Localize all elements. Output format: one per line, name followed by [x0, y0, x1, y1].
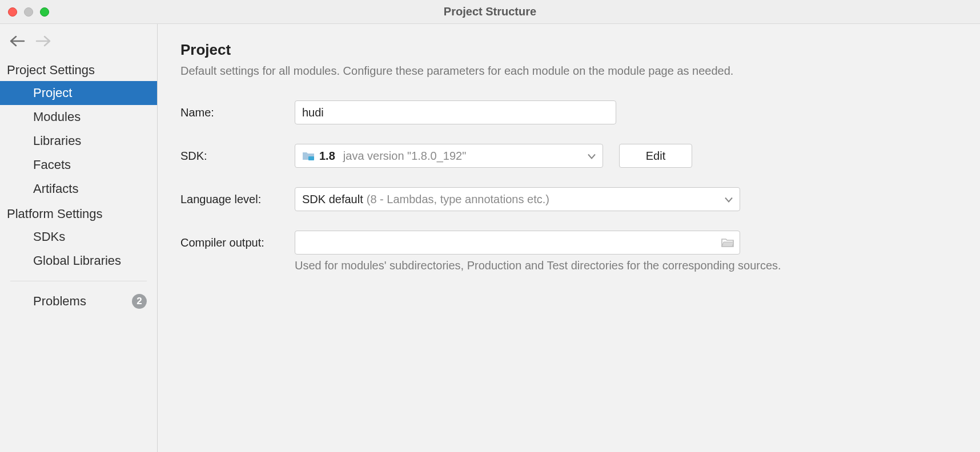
sidebar-item-label: SDKs	[33, 229, 65, 244]
sidebar-item-sdks[interactable]: SDKs	[0, 225, 157, 249]
language-level-value: SDK default	[302, 193, 363, 206]
sidebar-divider	[10, 281, 147, 281]
traffic-lights	[8, 7, 49, 17]
nav-arrows	[0, 30, 157, 57]
jdk-folder-icon	[302, 151, 315, 161]
sidebar-item-label: Facets	[33, 158, 71, 172]
sdk-version: 1.8	[319, 150, 335, 163]
sidebar-item-label: Global Libraries	[33, 253, 121, 268]
minimize-window-button[interactable]	[24, 7, 33, 17]
sidebar-group-platform-settings: Platform Settings	[0, 201, 157, 225]
language-level-row: Language level: SDK default (8 - Lambdas…	[180, 187, 957, 211]
language-level-label: Language level:	[180, 193, 295, 206]
chevron-down-icon	[588, 150, 596, 163]
sidebar-item-libraries[interactable]: Libraries	[0, 129, 157, 153]
sidebar-item-label: Problems	[33, 294, 86, 309]
main-panel: Project Default settings for all modules…	[158, 24, 980, 452]
sidebar-item-label: Artifacts	[33, 181, 78, 196]
project-structure-window: Project Structure Project Settings Proje…	[0, 0, 980, 452]
project-name-input[interactable]	[295, 100, 616, 124]
compiler-output-helper: Used for modules' subdirectories, Produc…	[295, 259, 957, 272]
browse-folder-icon[interactable]	[721, 237, 734, 248]
close-window-button[interactable]	[8, 7, 17, 17]
back-arrow-icon[interactable]	[9, 35, 25, 47]
language-level-select[interactable]: SDK default (8 - Lambdas, type annotatio…	[295, 187, 740, 211]
maximize-window-button[interactable]	[40, 7, 49, 17]
window-title: Project Structure	[444, 5, 536, 18]
sidebar-item-project[interactable]: Project	[0, 81, 157, 105]
sdk-label: SDK:	[180, 150, 295, 163]
sdk-detail: java version "1.8.0_192"	[343, 150, 466, 163]
sidebar-item-artifacts[interactable]: Artifacts	[0, 177, 157, 201]
compiler-output-row: Compiler output:	[180, 231, 957, 255]
sidebar-item-global-libraries[interactable]: Global Libraries	[0, 249, 157, 273]
sdk-edit-button[interactable]: Edit	[619, 144, 692, 168]
chevron-down-icon	[725, 193, 733, 206]
compiler-output-label: Compiler output:	[180, 236, 295, 249]
name-label: Name:	[180, 106, 295, 119]
name-row: Name:	[180, 100, 957, 124]
language-level-detail: (8 - Lambdas, type annotations etc.)	[367, 193, 549, 206]
sidebar-item-label: Modules	[33, 110, 81, 124]
sdk-row: SDK: 1.8 java version "1.8.0_192" Edit	[180, 144, 957, 168]
page-title: Project	[180, 41, 957, 59]
sidebar-item-label: Libraries	[33, 134, 81, 148]
problems-count-badge: 2	[132, 294, 147, 309]
forward-arrow-icon	[35, 35, 51, 47]
sidebar-group-project-settings: Project Settings	[0, 57, 157, 81]
sidebar-item-label: Project	[33, 86, 72, 100]
sidebar-item-facets[interactable]: Facets	[0, 153, 157, 177]
sidebar-item-problems[interactable]: Problems 2	[0, 289, 157, 313]
svg-rect-0	[308, 156, 314, 160]
compiler-output-input[interactable]	[295, 231, 740, 255]
sdk-select[interactable]: 1.8 java version "1.8.0_192"	[295, 144, 603, 168]
window-body: Project Settings Project Modules Librari…	[0, 24, 980, 452]
sidebar-item-modules[interactable]: Modules	[0, 105, 157, 129]
titlebar: Project Structure	[0, 0, 980, 24]
sidebar: Project Settings Project Modules Librari…	[0, 24, 158, 452]
page-description: Default settings for all modules. Config…	[180, 64, 957, 78]
